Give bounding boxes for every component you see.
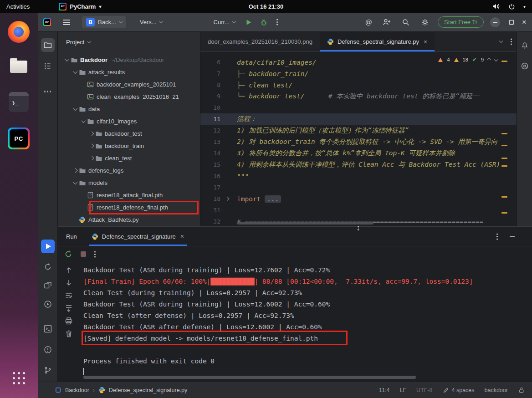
splitter-handle-icon[interactable]: ↕: [356, 223, 360, 233]
more-actions-icon[interactable]: [276, 21, 278, 23]
invite-user-icon[interactable]: [382, 18, 391, 27]
terminal-tool-icon[interactable]: [41, 322, 55, 336]
lock-icon[interactable]: [518, 387, 525, 393]
tree-item[interactable]: Attack_BadNets.py: [58, 214, 200, 226]
tab-python-file[interactable]: Defense_spectral_signature.py ×: [320, 32, 435, 51]
settings-gear-icon[interactable]: [420, 18, 430, 27]
chevron-down-icon[interactable]: [73, 69, 77, 73]
show-applications-icon[interactable]: [8, 367, 30, 389]
rerun-icon[interactable]: [64, 250, 72, 258]
next-problem-icon[interactable]: [494, 58, 498, 61]
terminal-icon[interactable]: [8, 91, 30, 113]
stop-icon[interactable]: [81, 251, 86, 257]
chevron-down-icon[interactable]: [73, 106, 77, 110]
problems-tool-icon[interactable]: [41, 343, 55, 357]
hide-tool-window-icon[interactable]: [510, 236, 515, 237]
firefox-icon[interactable]: [8, 21, 30, 43]
close-tab-icon[interactable]: ×: [424, 38, 427, 46]
scroll-to-end-icon[interactable]: [64, 303, 74, 313]
chevron-down-icon[interactable]: [73, 180, 77, 184]
tree-item[interactable]: clean_test: [58, 152, 200, 164]
structure-tool-icon[interactable]: [41, 59, 55, 73]
project-widget[interactable]: B Back...: [82, 16, 126, 28]
project-tool-icon[interactable]: [41, 38, 55, 52]
warning-stripe-mark[interactable]: [501, 61, 507, 62]
tab-image-file[interactable]: door_examples_20251016_210030.png: [200, 32, 320, 51]
code-editor[interactable]: 6data/cifar10_images/7├─ backdoor_train/…: [200, 52, 517, 226]
tree-item[interactable]: backdoor_test: [58, 128, 200, 140]
tree-item[interactable]: data: [58, 103, 200, 115]
horizontal-scrollbar[interactable]: [237, 222, 373, 225]
down-icon[interactable]: [64, 278, 74, 288]
inspections-widget[interactable]: 4 18 ✔ 9: [435, 56, 500, 64]
clock[interactable]: Oct 16 21:30: [249, 3, 284, 10]
system-tray[interactable]: ▾: [492, 3, 526, 10]
chevron-down-icon[interactable]: [65, 57, 69, 61]
warning-stripe-mark[interactable]: [501, 158, 507, 159]
run-more-icon[interactable]: [94, 254, 96, 255]
caret-position[interactable]: 11:4: [379, 387, 389, 393]
close-button[interactable]: ×: [522, 18, 527, 27]
more-tools-icon[interactable]: [41, 85, 55, 98]
debug-button[interactable]: [259, 18, 268, 27]
chevron-right-icon[interactable]: [89, 132, 93, 136]
warning-stripe-mark[interactable]: [501, 196, 507, 198]
git-branch[interactable]: backdoor: [485, 387, 508, 393]
show-hidden-tabs-icon[interactable]: [499, 39, 503, 43]
run-config-selector[interactable]: Curr...: [214, 19, 235, 26]
tree-item[interactable]: cifar10_images: [58, 115, 200, 128]
console-horizontal-scrollbar[interactable]: [83, 376, 416, 379]
breadcrumb-project[interactable]: Backdoor: [65, 387, 89, 393]
tree-item[interactable]: Backdoor~/Desktop/Backdoor: [58, 54, 200, 66]
warning-stripe-mark[interactable]: [501, 165, 507, 167]
warning-stripe-mark[interactable]: [501, 145, 507, 146]
minimize-button[interactable]: [490, 17, 500, 27]
services-tool-icon[interactable]: [41, 297, 55, 311]
tree-item[interactable]: ?resnet18_attack_final.pth: [58, 189, 200, 201]
indent-setting[interactable]: 4 spaces: [443, 387, 475, 393]
tree-item[interactable]: attack_results: [58, 66, 200, 78]
fold-indicator-icon[interactable]: [220, 197, 233, 200]
files-icon[interactable]: [8, 56, 30, 77]
start-free-trial-button[interactable]: Start Free Tr: [438, 16, 484, 28]
run-button[interactable]: [245, 18, 253, 26]
close-run-tab-icon[interactable]: ×: [180, 233, 184, 240]
warning-stripe-mark[interactable]: [501, 212, 507, 214]
version-control-tool-icon[interactable]: [41, 363, 55, 377]
line-ending[interactable]: LF: [400, 387, 407, 393]
maximize-button[interactable]: [509, 20, 514, 25]
file-encoding[interactable]: UTF-8: [416, 387, 432, 393]
prev-problem-icon[interactable]: [487, 58, 491, 61]
warning-stripe-mark[interactable]: [501, 133, 507, 134]
tree-item[interactable]: ?resnet18_defense_final.pth: [58, 201, 200, 214]
vcs-widget[interactable]: Vers...: [140, 19, 163, 26]
mentions-icon[interactable]: @: [365, 18, 372, 26]
main-menu-icon[interactable]: [63, 22, 70, 23]
run-options-icon[interactable]: [496, 236, 498, 237]
run-console[interactable]: Backdoor Test (ASR during training) | Lo…: [58, 262, 532, 382]
pycharm-dock-icon[interactable]: [8, 128, 30, 149]
run-tab[interactable]: Defense_spectral_signature ×: [89, 227, 187, 246]
soft-wrap-icon[interactable]: [64, 291, 74, 301]
chevron-right-icon[interactable]: [89, 156, 93, 160]
run-tool-icon[interactable]: [41, 240, 55, 253]
tree-item[interactable]: backdoor_examples_2025101: [58, 78, 200, 91]
app-menu[interactable]: PyCharm ▾: [59, 3, 101, 10]
up-icon[interactable]: [64, 265, 74, 275]
tab-options-icon[interactable]: [511, 41, 512, 42]
chevron-down-icon[interactable]: [81, 118, 85, 122]
tree-item[interactable]: backdoor_train: [58, 140, 200, 152]
tree-item[interactable]: clean_examples_20251016_21: [58, 91, 200, 103]
tree-item[interactable]: defense_logs: [58, 164, 200, 177]
tree-item[interactable]: models: [58, 177, 200, 189]
notifications-bell-icon[interactable]: [518, 38, 532, 52]
chevron-right-icon[interactable]: [73, 168, 77, 173]
ai-assistant-icon[interactable]: [518, 59, 532, 73]
clear-trash-icon[interactable]: [64, 329, 74, 339]
breadcrumb-file[interactable]: Defense_spectral_signature.py: [109, 387, 187, 393]
python-console-tool-icon[interactable]: [41, 278, 55, 292]
project-panel-header[interactable]: Project: [58, 32, 200, 52]
breadcrumb[interactable]: Backdoor › Defense_spectral_signature.py: [55, 387, 187, 393]
activities-button[interactable]: Activities: [6, 3, 30, 10]
print-icon[interactable]: [64, 316, 74, 326]
